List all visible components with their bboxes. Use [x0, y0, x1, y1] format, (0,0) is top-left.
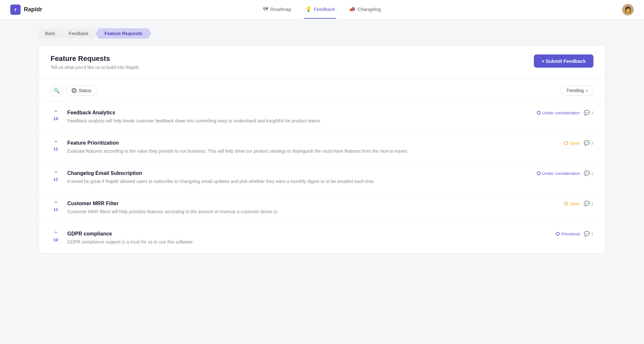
- comment-count: 1: [591, 232, 593, 236]
- nav-label-roadmap: Roadmap: [270, 6, 291, 12]
- logo-area[interactable]: r Rapidr: [10, 5, 42, 15]
- nav-label-feedback: Feedback: [314, 6, 335, 12]
- list-item: ⌃ 11 Customer MRR Filter Customer MRR fi…: [39, 193, 605, 223]
- sort-icon: ↕: [586, 88, 588, 93]
- feedback-item-desc: GDPR compliance support is a must for us…: [67, 239, 523, 245]
- status-badge: Open: [564, 201, 580, 206]
- comment-badge[interactable]: 💬 3: [584, 140, 593, 146]
- feedback-item-desc: Feedback analysis will help break custom…: [67, 118, 523, 124]
- status-label: Under consideration: [542, 110, 580, 115]
- feedback-item-title[interactable]: Changelog Email Subscription: [67, 170, 523, 176]
- search-button[interactable]: 🔍: [51, 84, 63, 97]
- card-title-area: Feature Requests Tell us what you'd like…: [51, 54, 140, 70]
- changelog-icon: 📣: [349, 6, 355, 12]
- list-item: ⌃ 11 Changelog Email Subscription It wou…: [39, 163, 605, 193]
- comment-badge[interactable]: 💬 1: [584, 231, 593, 237]
- svg-point-1: [73, 90, 75, 91]
- status-dot: [537, 171, 541, 175]
- upvote-arrow[interactable]: ⌃: [53, 140, 58, 146]
- list-item: ⌃ 10 GDPR compliance GDPR compliance sup…: [39, 223, 605, 253]
- comment-badge[interactable]: 💬 1: [584, 170, 593, 176]
- vote-count: 10: [53, 116, 58, 121]
- feedback-item-title[interactable]: GDPR compliance: [67, 231, 523, 237]
- nav-item-feedback[interactable]: 💡 Feedback: [304, 0, 336, 19]
- main-card: Feature Requests Tell us what you'd like…: [39, 45, 605, 253]
- comment-count: 1: [591, 201, 593, 206]
- nav-item-changelog[interactable]: 📣 Changelog: [348, 0, 382, 19]
- status-badge: Prioritized: [556, 232, 580, 236]
- card-header: Feature Requests Tell us what you'd like…: [39, 45, 605, 79]
- feedback-list: ⌃ 10 Feedback Analytics Feedback analysi…: [39, 102, 605, 253]
- vote-area: ⌃ 11: [51, 140, 61, 151]
- comment-icon: 💬: [584, 110, 590, 116]
- feedback-meta: Under consideration 💬 3: [529, 110, 593, 116]
- vote-area: ⌃ 11: [51, 201, 61, 212]
- status-filter-icon: [71, 88, 77, 93]
- breadcrumb-feedback[interactable]: Feedback: [62, 28, 97, 39]
- feedback-content: GDPR compliance GDPR compliance support …: [67, 231, 523, 245]
- breadcrumb-feature-requests[interactable]: Feature Requests: [96, 28, 151, 39]
- feedback-icon: 💡: [305, 6, 312, 12]
- comment-icon: 💬: [584, 140, 590, 146]
- status-filter-label: Status: [79, 88, 91, 93]
- vote-count: 11: [53, 207, 58, 212]
- feedback-item-desc: It would be great if Rapidr allowed user…: [67, 178, 523, 185]
- breadcrumb-back[interactable]: Back: [39, 28, 64, 39]
- search-icon: 🔍: [53, 88, 60, 94]
- status-label: Open: [570, 201, 580, 206]
- logo-text: Rapidr: [24, 6, 42, 13]
- comment-icon: 💬: [584, 231, 590, 237]
- status-label: Under consideration: [542, 171, 580, 176]
- status-dot: [556, 232, 560, 236]
- comment-count: 3: [591, 110, 593, 115]
- status-badge: Under consideration: [537, 110, 580, 115]
- logo-icon: r: [10, 5, 21, 15]
- upvote-arrow[interactable]: ⌃: [53, 110, 58, 116]
- feedback-content: Feature Prioritization Evaluate features…: [67, 140, 523, 155]
- feedback-item-title[interactable]: Feedback Analytics: [67, 110, 523, 116]
- comment-icon: 💬: [584, 170, 590, 176]
- upvote-arrow[interactable]: ⌃: [53, 170, 58, 176]
- feedback-item-title[interactable]: Customer MRR Filter: [67, 201, 523, 206]
- feedback-content: Customer MRR Filter Customer MRR filters…: [67, 201, 523, 215]
- vote-area: ⌃ 10: [51, 110, 61, 121]
- status-label: Prioritized: [561, 232, 580, 236]
- submit-feedback-button[interactable]: + Submit Feedback: [534, 54, 593, 68]
- status-badge: Under consideration: [537, 171, 580, 176]
- feedback-meta: Under consideration 💬 1: [529, 170, 593, 176]
- status-label: Open: [570, 141, 580, 146]
- comment-icon: 💬: [584, 201, 590, 206]
- feedback-content: Feedback Analytics Feedback analysis wil…: [67, 110, 523, 124]
- feedback-item-desc: Evaluate features according to the value…: [67, 148, 523, 155]
- status-dot: [564, 202, 568, 205]
- vote-count: 11: [53, 177, 58, 182]
- card-title: Feature Requests: [51, 54, 140, 63]
- status-dot: [564, 141, 568, 145]
- comment-badge[interactable]: 💬 3: [584, 110, 593, 116]
- vote-area: ⌃ 10: [51, 231, 61, 242]
- filter-left: 🔍 Status: [51, 84, 97, 97]
- list-item: ⌃ 11 Feature Prioritization Evaluate fea…: [39, 132, 605, 163]
- vote-area: ⌃ 11: [51, 170, 61, 182]
- comment-badge[interactable]: 💬 1: [584, 201, 593, 206]
- status-filter-button[interactable]: Status: [66, 85, 97, 96]
- filter-bar: 🔍 Status Trending ↕: [39, 79, 605, 102]
- feedback-meta: Open 💬 3: [529, 140, 593, 146]
- avatar[interactable]: 👩: [622, 4, 634, 15]
- upvote-arrow[interactable]: ⌃: [53, 231, 58, 237]
- feedback-item-desc: Customer MRR filters will help prioritiz…: [67, 208, 523, 215]
- sort-button[interactable]: Trending ↕: [561, 85, 593, 96]
- list-item: ⌃ 10 Feedback Analytics Feedback analysi…: [39, 102, 605, 132]
- upvote-arrow[interactable]: ⌃: [53, 201, 58, 206]
- main-nav: 🗺 Roadmap 💡 Feedback 📣 Changelog: [262, 0, 382, 19]
- feedback-meta: Prioritized 💬 1: [529, 231, 593, 237]
- status-badge: Open: [564, 141, 580, 146]
- header: r Rapidr 🗺 Roadmap 💡 Feedback 📣 Changelo…: [0, 0, 644, 19]
- status-dot: [537, 111, 541, 115]
- feedback-item-title[interactable]: Feature Prioritization: [67, 140, 523, 146]
- nav-label-changelog: Changelog: [357, 6, 381, 12]
- sort-label: Trending: [566, 88, 584, 93]
- card-subtitle: Tell us what you'd like us to build into…: [51, 65, 140, 70]
- comment-count: 3: [591, 141, 593, 146]
- nav-item-roadmap[interactable]: 🗺 Roadmap: [262, 1, 292, 19]
